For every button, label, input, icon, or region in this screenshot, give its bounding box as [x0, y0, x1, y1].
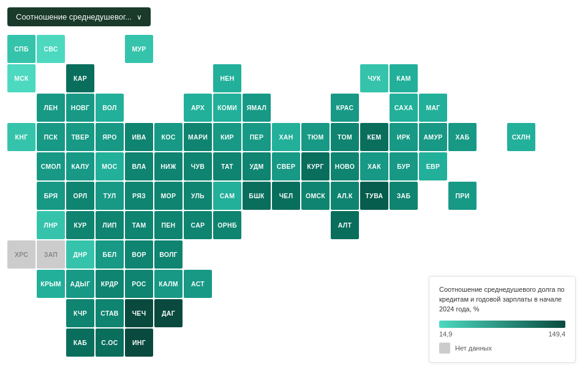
map-cell[interactable]: ВОЛ [96, 94, 124, 122]
map-cell [272, 94, 300, 122]
map-cell[interactable]: АДЫГ [66, 270, 94, 298]
map-cell[interactable]: СТАВ [96, 299, 124, 327]
map-cell[interactable]: КАЛМ [154, 270, 183, 298]
map-cell[interactable]: ЯРО [96, 123, 124, 151]
map-cell[interactable]: МУР [125, 35, 153, 63]
map-cell[interactable]: ЯМАЛ [243, 94, 271, 122]
map-cell[interactable]: ТЮМ [301, 123, 330, 151]
map-cell[interactable]: ОРНБ [213, 211, 241, 239]
map-cell[interactable]: БУР [390, 152, 418, 180]
map-cell[interactable]: ТУЛ [96, 182, 124, 210]
map-cell[interactable]: ЛЕН [37, 94, 65, 122]
map-cell[interactable]: ХРС [7, 240, 36, 269]
map-cell[interactable]: ПРИ [448, 182, 477, 210]
map-cell[interactable]: УЛЬ [184, 182, 212, 210]
map-cell[interactable]: ЧУВ [184, 152, 212, 180]
map-cell[interactable]: ЕВР [419, 152, 447, 180]
map-cell[interactable]: БРЯ [37, 182, 65, 210]
map-cell[interactable]: НИЖ [154, 152, 183, 180]
map-cell[interactable]: АЛТ [331, 211, 359, 239]
map-cell[interactable]: ЧЕЛ [272, 182, 300, 210]
map-cell[interactable]: ДНР [66, 240, 94, 269]
map-cell[interactable]: СВС [37, 35, 65, 63]
legend-nodata-box [439, 343, 450, 354]
map-cell[interactable]: ТУВА [360, 182, 388, 210]
map-cell[interactable]: КРАС [331, 94, 359, 122]
map-cell[interactable]: ЧУК [360, 64, 388, 92]
map-cell[interactable]: КАМ [390, 64, 418, 92]
map-cell[interactable]: АРХ [184, 94, 212, 122]
map-cell[interactable]: СВЕР [272, 152, 300, 180]
map-cell[interactable]: ВОЛГ [154, 240, 183, 269]
map-cell[interactable]: ТАТ [213, 152, 241, 180]
map-cell [96, 35, 124, 63]
map-cell[interactable]: ИВА [125, 123, 153, 151]
map-cell[interactable]: САХА [390, 94, 418, 122]
map-cell[interactable]: КУРГ [301, 152, 330, 180]
map-cell[interactable]: ХАН [272, 123, 300, 151]
map-cell[interactable]: БШК [243, 182, 271, 210]
map-cell[interactable]: ЛИП [96, 211, 124, 239]
map-cell[interactable]: ЛНР [37, 211, 65, 239]
map-cell[interactable]: КРДР [96, 270, 124, 298]
map-cell[interactable]: МОР [154, 182, 183, 210]
map-cell[interactable]: ТОМ [331, 123, 359, 151]
map-cell[interactable]: КУР [66, 211, 94, 239]
map-cell[interactable]: ОМСК [301, 182, 330, 210]
map-cell[interactable]: САМ [213, 182, 241, 210]
legend-nodata-label: Нет данных [455, 344, 492, 352]
map-cell[interactable]: КЕМ [360, 123, 388, 151]
map-cell[interactable]: ЧЕЧ [125, 299, 153, 327]
map-cell [154, 94, 183, 122]
map-cell[interactable]: БЕЛ [96, 240, 124, 269]
map-cell[interactable]: С.ОС [96, 329, 124, 357]
map-cell[interactable]: ДАГ [154, 299, 183, 327]
map-cell[interactable]: МОС [96, 152, 124, 180]
map-cell[interactable]: АМУР [419, 123, 447, 151]
map-cell[interactable]: ВОР [125, 240, 153, 269]
map-cell[interactable]: КЧР [66, 299, 94, 327]
map-cell [272, 211, 300, 239]
map-cell[interactable]: КРЫМ [37, 270, 65, 298]
map-cell[interactable]: КАБ [66, 329, 94, 357]
map-cell [154, 64, 183, 92]
map-cell[interactable]: НЕН [213, 64, 241, 92]
map-cell[interactable]: АСТ [184, 270, 212, 298]
map-cell[interactable]: КАЛУ [66, 152, 94, 180]
map-cell [419, 182, 447, 210]
map-cell[interactable]: ИНГ [125, 329, 153, 357]
map-cell[interactable]: МСК [7, 64, 36, 92]
map-cell[interactable]: ПЕН [154, 211, 183, 239]
map-cell[interactable]: СХЛН [507, 123, 535, 151]
map-cell[interactable]: КАР [66, 64, 94, 92]
map-cell [331, 64, 359, 92]
map-cell[interactable]: ПЕР [243, 123, 271, 151]
legend-labels: 14,9 149,4 [439, 330, 565, 338]
map-cell[interactable]: ХАК [360, 152, 388, 180]
map-cell[interactable]: ТАМ [125, 211, 153, 239]
map-cell[interactable]: СМОЛ [37, 152, 65, 180]
map-cell[interactable]: КОС [154, 123, 183, 151]
map-cell[interactable]: ВЛА [125, 152, 153, 180]
dropdown-button[interactable]: Соотношение среднедушевог... ∨ [7, 7, 151, 26]
map-cell[interactable]: ТВЕР [66, 123, 94, 151]
map-cell[interactable]: КОМИ [213, 94, 241, 122]
map-cell[interactable]: САР [184, 211, 212, 239]
map-cell[interactable]: ХАБ [448, 123, 477, 151]
map-cell[interactable]: ЗАП [37, 240, 65, 269]
map-cell[interactable]: СПБ [7, 35, 36, 63]
map-cell[interactable]: МАГ [419, 94, 447, 122]
map-cell[interactable]: АЛ.К [331, 182, 359, 210]
map-cell[interactable]: ЗАБ [390, 182, 418, 210]
map-cell[interactable]: ПСК [37, 123, 65, 151]
map-cell[interactable]: НОВГ [66, 94, 94, 122]
map-cell[interactable]: РЯЗ [125, 182, 153, 210]
map-cell[interactable]: ОРЛ [66, 182, 94, 210]
map-cell[interactable]: РОС [125, 270, 153, 298]
map-cell[interactable]: УДМ [243, 152, 271, 180]
map-cell[interactable]: КНГ [7, 123, 36, 151]
map-cell[interactable]: МАРИ [184, 123, 212, 151]
map-cell[interactable]: НОВО [331, 152, 359, 180]
map-cell[interactable]: КИР [213, 123, 241, 151]
map-cell[interactable]: ИРК [390, 123, 418, 151]
